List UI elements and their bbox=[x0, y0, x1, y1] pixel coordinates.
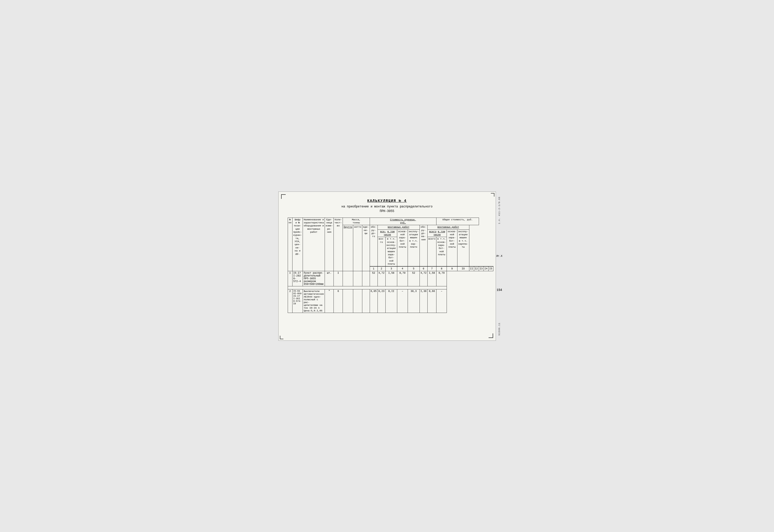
th-mass: Масса,тонны bbox=[343, 218, 370, 225]
row2-col8: 6,05 bbox=[370, 289, 378, 313]
th-obo-total: обо-ру-до-ва-ния bbox=[420, 225, 427, 267]
row1-col12: 52 bbox=[408, 271, 420, 286]
col-num-12: I2 bbox=[474, 266, 479, 271]
col-num-1: 1 bbox=[370, 266, 378, 271]
title-subtitle: на приобретение и монтаж пункта распреде… bbox=[288, 204, 487, 214]
th-total-vsego: всего bbox=[427, 237, 436, 267]
th-unit-eksp: эксплу-атациимашинв т.ч.зар-платн bbox=[408, 229, 420, 266]
th-total-cost: Общая стоимость, руб. bbox=[436, 218, 479, 225]
bracket-bottom-left bbox=[280, 336, 283, 339]
title-sub-line2: ПРН-3055 bbox=[380, 209, 394, 213]
row1-col11: 0,79 bbox=[397, 271, 408, 286]
bracket-top-right bbox=[491, 193, 494, 197]
row1-name: Пункт распре-делительныйПРП-3055размером… bbox=[303, 271, 325, 286]
col-num-7: 7 bbox=[427, 266, 436, 271]
row2-unit: " bbox=[325, 289, 334, 313]
right-sidebar bbox=[488, 192, 496, 341]
row1-col9: 4,72 bbox=[378, 271, 385, 286]
table-row: I I5-I7I-2928-572-4 Пункт распре-делител… bbox=[288, 271, 493, 286]
row1-col14: I,58 bbox=[427, 271, 436, 286]
row1-col10: I,58 bbox=[385, 271, 397, 286]
th-cipher: Шифри №пози-циипрейс-куран-та,УСН,цен-ни… bbox=[292, 218, 303, 271]
title-block: КАЛЬКУЛЯЦИЯ № 4 на приобретение и монтаж… bbox=[288, 199, 487, 214]
spacer-row-1 bbox=[288, 286, 493, 289]
th-edinicy: еди-ни-цы bbox=[362, 225, 370, 271]
row2-col11: – bbox=[397, 289, 408, 313]
page-wrapper: КАЛЬКУЛЯЦИЯ № 4 на приобретение и монтаж… bbox=[278, 191, 496, 341]
col-num-6: 6 bbox=[420, 266, 427, 271]
th-total-osn: основ-нойзара-бот-нойплаты bbox=[447, 229, 457, 266]
th-total-vse: всего в том числе bbox=[427, 229, 447, 237]
row1-qty: I bbox=[334, 271, 343, 286]
page-content: КАЛЬКУЛЯЦИЯ № 4 на приобретение и монтаж… bbox=[288, 199, 487, 313]
right-bar: 1.п. 411-2-1/0.66 Лг.X 154 91506.11 bbox=[496, 191, 503, 341]
right-label-top: 1.п. 411-2-1/0.66 bbox=[498, 197, 501, 224]
right-label-lgt: Лг.X bbox=[496, 255, 502, 258]
row2-cipher: I5-04OI-059I5-I7I-35I8-574-I8 bbox=[292, 289, 303, 313]
row1-col13: 4,72 bbox=[420, 271, 427, 286]
row1-netto bbox=[353, 271, 362, 286]
row2-netto bbox=[353, 289, 362, 313]
th-unit-vse: все- в том числе bbox=[378, 229, 397, 237]
title-main: КАЛЬКУЛЯЦИЯ № 4 bbox=[288, 199, 487, 203]
row2-col14: 0,66 bbox=[427, 289, 436, 313]
col-num-2: 2 bbox=[378, 266, 385, 271]
th-unit-vtomchisle: в т.ч.основ-эксплу-атациимашинзара-бот-н… bbox=[385, 237, 397, 267]
row1-col7 bbox=[362, 271, 370, 286]
th-total-vtomchisle: в т.ч.основ-зара-бот-нойплаты bbox=[436, 237, 447, 267]
row2-name: ВыключателиавтоматическиеАЕ2044 одно-пол… bbox=[303, 289, 325, 313]
row1-col15: 0,79 bbox=[436, 271, 447, 286]
row1-cipher: I5-I7I-2928-572-4 bbox=[292, 271, 303, 286]
row2-col10: 0,II bbox=[385, 289, 397, 313]
row2-col15: – bbox=[436, 289, 447, 313]
th-unit-vse-label: все-го bbox=[378, 237, 385, 267]
col-num-3: 3 bbox=[385, 266, 397, 271]
header-row-1: №пп Шифри №пози-циипрейс-куран-та,УСН,це… bbox=[288, 218, 493, 225]
col-num-4: 4 bbox=[397, 266, 408, 271]
col-num-13: I3 bbox=[479, 266, 484, 271]
document-page: КАЛЬКУЛЯЦИЯ № 4 на приобретение и монтаж… bbox=[278, 191, 496, 341]
th-name: Наименование ихарактеристикаоборудования… bbox=[303, 218, 325, 271]
th-qty: Коли-чест-во bbox=[334, 218, 343, 271]
row2-qty: 6 bbox=[334, 289, 343, 313]
col-num-8: 8 bbox=[436, 266, 447, 271]
th-obo-unit: обо-ру-до-го bbox=[370, 225, 378, 267]
th-brutto: брутто bbox=[343, 225, 353, 271]
row2-col12: 38,3 bbox=[408, 289, 420, 313]
row2-col9: 0,23 bbox=[378, 289, 385, 313]
row2-brutto bbox=[343, 289, 353, 313]
row1-col8: 52 bbox=[370, 271, 378, 286]
right-label-154: 154 bbox=[497, 288, 502, 292]
th-total-eksp: эксплу-атациимашинв т.ч.зарпла-ты bbox=[457, 229, 469, 266]
col-num-5: 5 bbox=[408, 266, 420, 271]
row2-col7 bbox=[362, 289, 370, 313]
th-unit-cost: Стоимость единицы,руб. bbox=[370, 218, 436, 225]
th-unit-osn: основ-нойзара-бот-нойплаты bbox=[397, 229, 408, 266]
row1-num: I bbox=[288, 271, 292, 286]
corner-mark-tl bbox=[281, 194, 286, 199]
col-num-14: I4 bbox=[484, 266, 488, 271]
right-label-bottom: 91506.11 bbox=[498, 323, 501, 335]
th-num: №пп bbox=[288, 218, 292, 271]
th-unit: Еди-ницаизме-ре-ния bbox=[325, 218, 334, 271]
th-netto: нетто bbox=[353, 225, 362, 271]
table-row: 2 I5-04OI-059I5-I7I-35I8-574-I8 Выключат… bbox=[288, 289, 493, 313]
row2-col13: I,38 bbox=[420, 289, 427, 313]
col-num-10: IO bbox=[457, 266, 469, 271]
row1-brutto bbox=[343, 271, 353, 286]
calculation-table: №пп Шифри №пози-циипрейс-куран-та,УСН,це… bbox=[288, 218, 493, 313]
col-num-9: 9 bbox=[447, 266, 457, 271]
row1-unit: шт. bbox=[325, 271, 334, 286]
title-sub-line1: на приобретение и монтаж пункта распреде… bbox=[341, 205, 432, 208]
th-montazh-total: монтажных работ bbox=[427, 225, 469, 229]
th-montazh-unit: монтажных работ bbox=[378, 225, 420, 229]
col-num-11: II bbox=[469, 266, 474, 271]
row2-num: 2 bbox=[288, 289, 292, 313]
